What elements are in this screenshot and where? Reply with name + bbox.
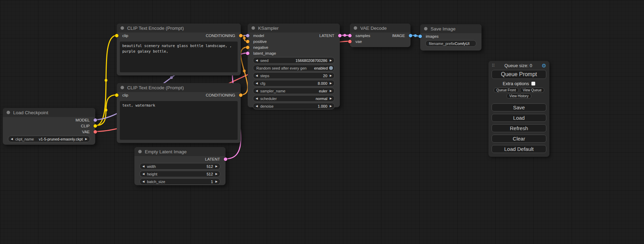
widget-random-seed-toggle[interactable]: Random seed after every gen enabled xyxy=(253,65,335,71)
input-label-images: images xyxy=(426,34,439,38)
decrement-arrow-icon[interactable]: ◀ xyxy=(256,74,258,77)
decrement-arrow-icon[interactable]: ◀ xyxy=(256,90,258,92)
node-save-image[interactable]: Save Image images filename_prefix ComfyU… xyxy=(420,24,482,51)
increment-arrow-icon[interactable]: ▶ xyxy=(330,82,332,85)
output-label-image: IMAGE xyxy=(392,34,405,38)
node-title-bar[interactable]: KSampler xyxy=(248,24,340,33)
widget-filename-prefix[interactable]: filename_prefix ComfyUI xyxy=(425,40,476,47)
queue-size-label: Queue size: 0 xyxy=(504,63,532,68)
widget-name: sampler_name xyxy=(260,89,285,93)
prompt-textarea[interactable]: text, watermark xyxy=(120,101,238,140)
node-title-text: KSampler xyxy=(258,26,279,31)
output-port-latent[interactable] xyxy=(224,157,227,161)
output-port-conditioning[interactable] xyxy=(239,34,242,37)
widget-denoise[interactable]: ◀ denoise 1.000 ▶ xyxy=(253,103,335,109)
widget-value: v1-5-pruned-emaonly.ckpt xyxy=(39,137,83,141)
output-port-latent[interactable] xyxy=(338,34,342,37)
node-collapse-dot[interactable] xyxy=(252,26,255,30)
decrement-arrow-icon[interactable]: ◀ xyxy=(256,105,258,108)
widget-value: 1 xyxy=(211,180,213,184)
widget-ckpt-name[interactable]: ◀ ckpt_name v1-5-pruned-emaonly.ckpt ▶ xyxy=(8,136,90,142)
input-port-clip[interactable] xyxy=(115,93,118,97)
node-title-bar[interactable]: Save Image xyxy=(420,24,482,33)
output-port-vae[interactable] xyxy=(94,130,97,134)
node-collapse-dot[interactable] xyxy=(354,26,357,30)
increment-arrow-icon[interactable]: ▶ xyxy=(330,59,332,62)
extra-options-label: Extra options xyxy=(503,81,529,86)
prompt-textarea[interactable]: beautiful scenery nature glass bottle la… xyxy=(120,42,238,72)
queue-front-button[interactable]: Queue Front xyxy=(494,88,519,93)
increment-arrow-icon[interactable]: ▶ xyxy=(330,74,332,77)
widget-scheduler[interactable]: ◀ scheduler normal ▶ xyxy=(253,95,335,102)
increment-arrow-icon[interactable]: ▶ xyxy=(330,90,332,92)
widget-cfg[interactable]: ◀ cfg 8.000 ▶ xyxy=(253,80,335,87)
output-port-conditioning[interactable] xyxy=(239,93,242,97)
input-port-positive[interactable] xyxy=(246,40,249,43)
decrement-arrow-icon[interactable]: ◀ xyxy=(256,97,258,100)
decrement-arrow-icon[interactable]: ◀ xyxy=(256,59,258,62)
decrement-arrow-icon[interactable]: ◀ xyxy=(11,138,13,141)
node-collapse-dot[interactable] xyxy=(7,111,10,114)
node-title-bar[interactable]: CLIP Text Encode (Prompt) xyxy=(117,83,241,92)
input-port-images[interactable] xyxy=(418,35,422,38)
extra-options-checkbox[interactable] xyxy=(531,82,535,85)
decrement-arrow-icon[interactable]: ◀ xyxy=(142,165,144,168)
decrement-arrow-icon[interactable]: ◀ xyxy=(142,173,144,175)
history-button-row: View History xyxy=(492,93,546,99)
decrement-arrow-icon[interactable]: ◀ xyxy=(142,180,144,183)
load-default-button[interactable]: Load Default xyxy=(492,145,546,153)
increment-arrow-icon[interactable]: ▶ xyxy=(215,173,218,175)
increment-arrow-icon[interactable]: ▶ xyxy=(330,97,332,100)
node-collapse-dot[interactable] xyxy=(138,150,142,153)
widget-steps[interactable]: ◀ steps 20 ▶ xyxy=(253,72,335,79)
output-port-image[interactable] xyxy=(409,34,412,37)
node-title-bar[interactable]: Load Checkpoint xyxy=(3,108,95,117)
refresh-button[interactable]: Refresh xyxy=(492,124,546,132)
clear-button[interactable]: Clear xyxy=(492,135,546,143)
node-title-bar[interactable]: VAE Decode xyxy=(350,24,411,33)
node-ksampler[interactable]: KSampler model LATENT positive negative … xyxy=(248,24,340,107)
widget-seed[interactable]: ◀ seed 156680208700286 ▶ xyxy=(253,57,335,64)
increment-arrow-icon[interactable]: ▶ xyxy=(330,105,332,108)
output-port-model[interactable] xyxy=(94,118,97,122)
node-clip-text-encode-positive[interactable]: CLIP Text Encode (Prompt) clip CONDITION… xyxy=(117,24,241,75)
input-port-negative[interactable] xyxy=(246,46,249,49)
increment-arrow-icon[interactable]: ▶ xyxy=(215,180,218,183)
load-button[interactable]: Load xyxy=(492,114,546,122)
widget-value: normal xyxy=(316,97,327,101)
input-port-vae[interactable] xyxy=(348,40,352,43)
save-button[interactable]: Save xyxy=(492,103,546,111)
widget-width[interactable]: ◀ width 512 ▶ xyxy=(140,163,220,170)
slot-row: clip CONDITIONING xyxy=(117,33,241,38)
widget-sampler-name[interactable]: ◀ sampler_name euler ▶ xyxy=(253,88,335,94)
increment-arrow-icon[interactable]: ▶ xyxy=(215,165,218,168)
output-port-clip[interactable] xyxy=(94,124,97,128)
node-clip-text-encode-negative[interactable]: CLIP Text Encode (Prompt) clip CONDITION… xyxy=(117,83,241,143)
node-load-checkpoint[interactable]: Load Checkpoint MODEL CLIP VAE ◀ ckpt_na… xyxy=(3,108,95,145)
toggle-dot-icon[interactable] xyxy=(329,66,333,70)
node-title-bar[interactable]: Empty Latent Image xyxy=(134,147,226,156)
node-vae-decode[interactable]: VAE Decode samples IMAGE vae xyxy=(350,24,411,47)
output-label-latent: LATENT xyxy=(205,157,220,161)
settings-gear-icon[interactable]: ⚙ xyxy=(542,63,546,68)
decrement-arrow-icon[interactable]: ◀ xyxy=(256,82,258,85)
node-collapse-dot[interactable] xyxy=(121,86,124,89)
increment-arrow-icon[interactable]: ▶ xyxy=(85,138,87,141)
node-title-text: CLIP Text Encode (Prompt) xyxy=(127,85,184,90)
input-port-samples[interactable] xyxy=(348,34,352,37)
view-queue-button[interactable]: View Queue xyxy=(520,88,544,93)
node-collapse-dot[interactable] xyxy=(424,27,427,30)
widget-batch-size[interactable]: ◀ batch_size 1 ▶ xyxy=(140,178,220,185)
view-history-button[interactable]: View History xyxy=(506,93,531,99)
input-port-latent-image[interactable] xyxy=(246,52,249,55)
output-label-clip: CLIP xyxy=(81,124,90,128)
queue-prompt-button[interactable]: Queue Prompt xyxy=(492,70,546,79)
node-empty-latent-image[interactable]: Empty Latent Image LATENT ◀ width 512 ▶ … xyxy=(134,147,226,185)
input-port-model[interactable] xyxy=(246,34,249,37)
input-label-clip: clip xyxy=(122,34,128,38)
node-title-bar[interactable]: CLIP Text Encode (Prompt) xyxy=(117,24,241,33)
node-collapse-dot[interactable] xyxy=(121,26,124,30)
input-port-clip[interactable] xyxy=(115,34,118,37)
widget-height[interactable]: ◀ height 512 ▶ xyxy=(140,171,220,177)
drag-handle-icon[interactable]: ⠿ xyxy=(492,63,495,68)
